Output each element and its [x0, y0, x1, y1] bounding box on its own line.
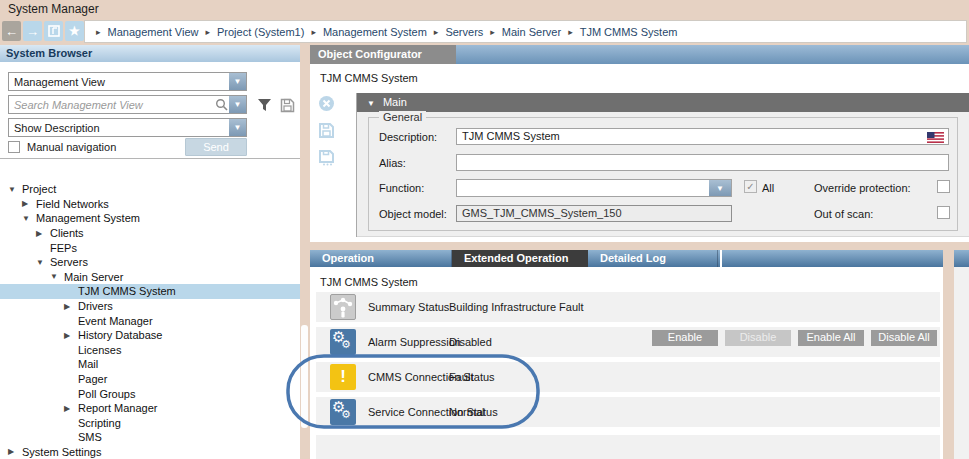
object-configurator-tab[interactable]: Object Configurator: [310, 45, 456, 64]
object-configurator-panel: Object Configurator TJM CMMS System ▼Mai…: [310, 45, 969, 242]
tree-item-mail[interactable]: Mail: [0, 357, 300, 372]
function-label: Function:: [379, 182, 424, 194]
system-browser-panel: System Browser Management View ▼ Search …: [0, 45, 300, 459]
breadcrumb-item-servers[interactable]: Servers: [445, 26, 483, 38]
save-filter-floppy-icon[interactable]: [279, 97, 295, 113]
tree-item-sms[interactable]: SMS: [0, 430, 300, 445]
expand-triangle-icon[interactable]: ▶: [64, 331, 78, 340]
tree-item-poll-groups[interactable]: Poll Groups: [0, 386, 300, 401]
chevron-down-icon[interactable]: ▼: [229, 73, 246, 90]
save-as-floppy-icon[interactable]: [318, 149, 335, 166]
search-input[interactable]: Search Management View ▼: [8, 95, 247, 114]
row-buttons: EnableDisableEnable AllDisable All: [652, 330, 937, 346]
tree-item-scripting[interactable]: Scripting: [0, 416, 300, 431]
expand-triangle-icon[interactable]: ▶: [64, 302, 78, 311]
breadcrumb-item-tjm-cmms-system[interactable]: TJM CMMS System: [580, 26, 678, 38]
tab-operation[interactable]: Operation: [310, 250, 452, 267]
view-dropdown-value: Management View: [9, 76, 229, 88]
status-row-service-connection-status: ⚙⚙Service Connection StatusNormal: [316, 397, 940, 427]
view-dropdown[interactable]: Management View ▼: [8, 72, 247, 91]
breadcrumb-item-management-system[interactable]: Management System: [323, 26, 427, 38]
description-dropdown[interactable]: Show Description ▼: [8, 118, 247, 137]
tree-item-event-manager[interactable]: Event Manager: [0, 313, 300, 328]
tree-item-label: History Database: [78, 329, 162, 341]
general-group: General Description: TJM CMMS System Ali…: [368, 117, 958, 231]
enable-button[interactable]: Enable: [652, 330, 718, 346]
chevron-down-icon[interactable]: ▼: [229, 119, 246, 136]
enable-all-button[interactable]: Enable All: [798, 330, 864, 346]
tree-item-main-server[interactable]: ▼Main Server: [0, 270, 300, 285]
collapse-triangle-icon[interactable]: ▼: [22, 214, 36, 223]
tab-detailed-log[interactable]: Detailed Log: [588, 250, 718, 267]
disable-all-button[interactable]: Disable All: [871, 330, 937, 346]
divider: [0, 158, 300, 159]
configurator-object-name: TJM CMMS System: [320, 72, 418, 84]
tree-item-project[interactable]: ▼Project: [0, 182, 300, 197]
main-section-header[interactable]: ▼Main: [357, 93, 969, 112]
tree-item-label: System Settings: [22, 446, 101, 458]
breadcrumb-separator-icon: ▸: [568, 27, 573, 37]
collapse-triangle-icon[interactable]: ▼: [50, 272, 64, 281]
tree-item-system-settings[interactable]: ▶System Settings: [0, 445, 300, 459]
all-label: All: [762, 182, 774, 194]
chevron-down-icon[interactable]: ▼: [229, 96, 246, 113]
tree-item-label: Mail: [78, 358, 98, 370]
collapse-triangle-icon[interactable]: ▼: [8, 185, 22, 194]
breadcrumb-separator-icon: ▸: [205, 27, 210, 37]
send-button[interactable]: Send: [185, 138, 247, 156]
tree-item-label: Poll Groups: [78, 388, 135, 400]
forward-arrow-icon[interactable]: →: [23, 21, 42, 41]
tree-item-report-manager[interactable]: ▶Report Manager: [0, 401, 300, 416]
out-of-scan-checkbox[interactable]: [937, 206, 950, 219]
tree-scrollbar-thumb[interactable]: [301, 325, 308, 428]
window-title: System Manager: [8, 2, 99, 16]
tree-item-drivers[interactable]: ▶Drivers: [0, 299, 300, 314]
description-field[interactable]: TJM CMMS System: [456, 128, 949, 145]
status-label: Alarm Suppression: [368, 336, 461, 348]
operation-object-name: TJM CMMS System: [320, 276, 418, 288]
chevron-down-icon: ▼: [367, 99, 375, 108]
recent-window-icon[interactable]: [44, 21, 63, 41]
back-arrow-icon[interactable]: ←: [2, 21, 21, 41]
navigation-toolbar: ← → ★ ▸Management View▸Project (System1)…: [0, 19, 969, 45]
alias-field[interactable]: [456, 154, 949, 171]
override-protection-label: Override protection:: [814, 182, 911, 194]
expand-triangle-icon[interactable]: ▶: [64, 404, 78, 413]
tree-item-label: Main Server: [64, 271, 123, 283]
breadcrumb-item-project-system1[interactable]: Project (System1): [217, 26, 304, 38]
tree-item-management-system[interactable]: ▼Management System: [0, 211, 300, 226]
override-protection-checkbox[interactable]: [937, 180, 950, 193]
tree-item-history-database[interactable]: ▶History Database: [0, 328, 300, 343]
empty-row: [316, 435, 940, 459]
function-dropdown[interactable]: ▼: [456, 179, 732, 197]
breadcrumb-item-management-view[interactable]: Management View: [108, 26, 199, 38]
chevron-down-icon[interactable]: ▼: [709, 180, 731, 196]
tree-item-label: Event Manager: [78, 315, 153, 327]
tree-item-pager[interactable]: Pager: [0, 372, 300, 387]
breadcrumb-item-main-server[interactable]: Main Server: [502, 26, 561, 38]
tree-item-feps[interactable]: FEPs: [0, 240, 300, 255]
save-floppy-icon[interactable]: [318, 122, 335, 139]
tree-item-tjm-cmms-system[interactable]: TJM CMMS System: [0, 284, 300, 299]
expand-triangle-icon[interactable]: ▶: [8, 447, 22, 456]
expand-triangle-icon[interactable]: ▶: [36, 229, 50, 238]
tree-item-clients[interactable]: ▶Clients: [0, 226, 300, 241]
tab-extended-operation[interactable]: Extended Operation: [452, 250, 588, 267]
main-section-title: Main: [383, 96, 407, 108]
all-checkbox[interactable]: ✓: [744, 180, 757, 193]
search-placeholder: Search Management View: [9, 99, 213, 111]
discard-circle-x-icon[interactable]: [318, 95, 335, 112]
tree-item-licenses[interactable]: Licenses: [0, 343, 300, 358]
expand-triangle-icon[interactable]: ▶: [22, 199, 36, 208]
manual-navigation-checkbox[interactable]: [8, 141, 20, 153]
collapse-triangle-icon[interactable]: ▼: [36, 258, 50, 267]
tree-item-servers[interactable]: ▼Servers: [0, 255, 300, 270]
object-model-label: Object model:: [379, 208, 447, 220]
breadcrumb: ▸Management View▸Project (System1)▸Manag…: [84, 20, 967, 43]
filter-funnel-icon[interactable]: [256, 97, 272, 113]
tree-item-label: Scripting: [78, 417, 121, 429]
function-value: [457, 180, 709, 196]
favorites-star-icon[interactable]: ★: [65, 21, 84, 41]
object-model-value: GMS_TJM_CMMS_System_150: [462, 207, 622, 219]
tree-item-field-networks[interactable]: ▶Field Networks: [0, 197, 300, 212]
